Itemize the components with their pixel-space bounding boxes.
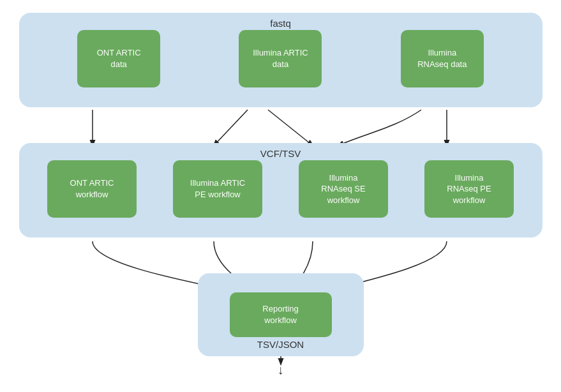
diagram-container: fastq ONT ARTICdata Illumina ARTICdata I… (0, 0, 561, 392)
panel-vcf: VCF/TSV ONT ARTICworkflow Illumina ARTIC… (19, 143, 542, 237)
node-ont-artic-data: ONT ARTICdata (77, 30, 160, 87)
node-illumina-artic-data: Illumina ARTICdata (239, 30, 322, 87)
node-ont-artic-workflow: ONT ARTICworkflow (47, 160, 137, 218)
vcf-label: VCF/TSV (260, 148, 301, 159)
panel-fastq: fastq ONT ARTICdata Illumina ARTICdata I… (19, 13, 542, 107)
node-reporting-workflow: Reportingworkflow (230, 292, 332, 337)
bottom-arrow: ↓ (278, 363, 284, 377)
node-illumina-rnaseq-pe: IlluminaRNAseq PEworkflow (424, 160, 514, 218)
panels-wrapper: fastq ONT ARTICdata Illumina ARTICdata I… (13, 6, 548, 377)
node-illumina-artic-pe: Illumina ARTICPE workflow (173, 160, 262, 218)
node-illumina-rnaseq-data: IlluminaRNAseq data (401, 30, 484, 87)
fastq-label: fastq (270, 18, 291, 29)
reporting-label: TSV/JSON (257, 339, 304, 350)
panel-reporting: Reportingworkflow TSV/JSON (198, 273, 364, 356)
node-illumina-rnaseq-se: IlluminaRNAseq SEworkflow (299, 160, 388, 218)
